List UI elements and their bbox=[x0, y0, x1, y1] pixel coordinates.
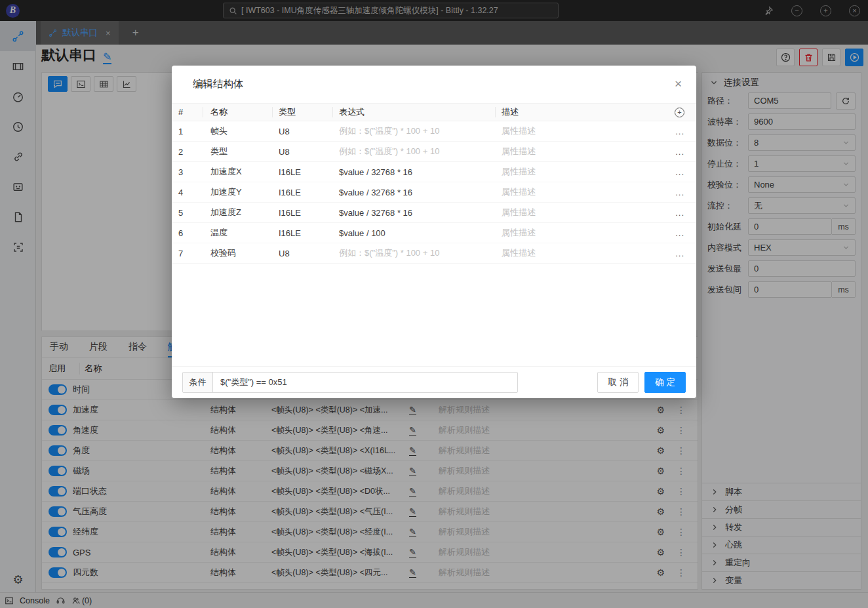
column-index: # bbox=[172, 107, 203, 117]
field-expression[interactable]: 例如：$("温度") * 100 + 10 bbox=[333, 125, 496, 137]
structure-field-row: 4 加速度Y I16LE $value / 32768 * 16 属性描述 ..… bbox=[172, 182, 696, 203]
field-name[interactable]: 加速度Z bbox=[203, 207, 273, 218]
field-index: 6 bbox=[172, 228, 203, 238]
field-name[interactable]: 校验码 bbox=[203, 247, 273, 259]
field-expression[interactable]: $value / 32768 * 16 bbox=[333, 167, 496, 177]
field-description[interactable]: 属性描述 bbox=[496, 247, 654, 259]
field-index: 3 bbox=[172, 167, 203, 177]
condition-label: 条件 bbox=[183, 373, 213, 392]
column-description: 描述 bbox=[496, 107, 654, 117]
field-type[interactable]: U8 bbox=[273, 127, 333, 136]
field-description[interactable]: 属性描述 bbox=[496, 146, 654, 157]
structure-field-row: 6 温度 I16LE $value / 100 属性描述 ... bbox=[172, 223, 696, 243]
field-type[interactable]: I16LE bbox=[273, 208, 333, 218]
structure-field-row: 5 加速度Z I16LE $value / 32768 * 16 属性描述 ..… bbox=[172, 203, 696, 223]
row-more-icon[interactable]: ... bbox=[675, 228, 684, 238]
field-expression[interactable]: $value / 32768 * 16 bbox=[333, 208, 496, 218]
modal-title: 编辑结构体 bbox=[193, 77, 244, 91]
field-type[interactable]: I16LE bbox=[273, 167, 333, 177]
field-expression[interactable]: $value / 100 bbox=[333, 228, 496, 238]
field-description[interactable]: 属性描述 bbox=[496, 125, 654, 137]
field-name[interactable]: 类型 bbox=[203, 146, 273, 157]
structure-field-row: 1 帧头 U8 例如：$("温度") * 100 + 10 属性描述 ... bbox=[172, 121, 696, 142]
column-type: 类型 bbox=[273, 107, 333, 117]
modal-footer: 条件 $("类型") == 0x51 取 消 确 定 bbox=[172, 366, 696, 398]
structure-field-row: 3 加速度X I16LE $value / 32768 * 16 属性描述 ..… bbox=[172, 162, 696, 182]
field-name[interactable]: 帧头 bbox=[203, 125, 273, 137]
field-type[interactable]: U8 bbox=[273, 249, 333, 258]
row-more-icon[interactable]: ... bbox=[675, 167, 684, 177]
ok-button[interactable]: 确 定 bbox=[644, 372, 686, 393]
column-expression: 表达式 bbox=[333, 107, 496, 117]
add-field-icon[interactable]: + bbox=[675, 108, 684, 117]
row-more-icon[interactable]: ... bbox=[675, 127, 684, 136]
structure-field-row: 2 类型 U8 例如：$("温度") * 100 + 10 属性描述 ... bbox=[172, 142, 696, 162]
condition-input[interactable]: $("类型") == 0x51 bbox=[213, 373, 517, 392]
row-more-icon[interactable]: ... bbox=[675, 249, 684, 258]
field-index: 1 bbox=[172, 127, 203, 136]
field-index: 5 bbox=[172, 208, 203, 218]
row-more-icon[interactable]: ... bbox=[675, 147, 684, 157]
modal-close-icon[interactable]: × bbox=[675, 77, 682, 90]
field-name[interactable]: 温度 bbox=[203, 227, 273, 239]
field-type[interactable]: I16LE bbox=[273, 188, 333, 197]
cancel-button[interactable]: 取 消 bbox=[597, 372, 639, 393]
edit-structure-modal: 编辑结构体 × # 名称 类型 表达式 描述 + 1 帧头 U8 例如：$("温… bbox=[172, 66, 696, 398]
row-more-icon[interactable]: ... bbox=[675, 208, 684, 218]
field-expression[interactable]: 例如：$("温度") * 100 + 10 bbox=[333, 247, 496, 259]
condition-input-group: 条件 $("类型") == 0x51 bbox=[182, 372, 518, 393]
field-index: 4 bbox=[172, 188, 203, 197]
column-name: 名称 bbox=[203, 107, 273, 117]
bittly-app-window: B [ IWT603 - IMU角度传感器三轴加速度倾角陀螺仪模块] - Bit… bbox=[0, 0, 868, 608]
field-description[interactable]: 属性描述 bbox=[496, 166, 654, 178]
field-index: 7 bbox=[172, 249, 203, 258]
field-expression[interactable]: $value / 32768 * 16 bbox=[333, 188, 496, 197]
field-description[interactable]: 属性描述 bbox=[496, 227, 654, 239]
field-name[interactable]: 加速度X bbox=[203, 166, 273, 178]
structure-table-header: # 名称 类型 表达式 描述 + bbox=[172, 103, 696, 121]
field-type[interactable]: I16LE bbox=[273, 228, 333, 238]
field-description[interactable]: 属性描述 bbox=[496, 207, 654, 218]
field-expression[interactable]: 例如：$("温度") * 100 + 10 bbox=[333, 146, 496, 157]
structure-field-row: 7 校验码 U8 例如：$("温度") * 100 + 10 属性描述 ... bbox=[172, 243, 696, 264]
field-index: 2 bbox=[172, 147, 203, 157]
field-type[interactable]: U8 bbox=[273, 147, 333, 157]
row-more-icon[interactable]: ... bbox=[675, 188, 684, 197]
modal-header: 编辑结构体 bbox=[172, 66, 696, 103]
field-name[interactable]: 加速度Y bbox=[203, 186, 273, 198]
field-description[interactable]: 属性描述 bbox=[496, 186, 654, 198]
